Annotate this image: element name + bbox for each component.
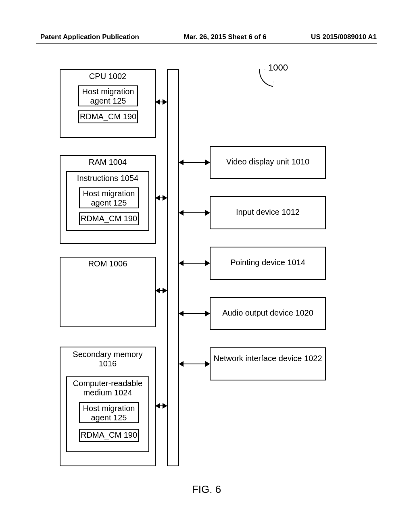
ram-block: RAM 1004 Instructions 1054 Host migratio…: [60, 155, 156, 244]
header-right: US 2015/0089010 A1: [311, 33, 377, 41]
computer-readable-medium-title: Computer-readable medium 1024: [67, 377, 148, 397]
secondary-memory-title: Secondary memory 1016: [60, 347, 155, 368]
cpu-title: CPU 1002: [60, 70, 155, 81]
arrow-bus-audio: [179, 313, 209, 314]
block-diagram: 1000 CPU 1002 Host migration agent 125 R…: [0, 64, 413, 484]
ram-host-migration-block: Host migration agent 125: [79, 187, 139, 208]
cpu-rdma-label: RDMA_CM 190: [79, 111, 137, 121]
audio-output-block: Audio output device 1020: [210, 297, 326, 330]
secondary-host-migration-label: Host migration agent 125: [80, 404, 138, 422]
pointing-device-label: Pointing device 1014: [230, 258, 305, 267]
cpu-host-migration-label: Host migration agent 125: [79, 87, 137, 106]
ram-rdma-label: RDMA_CM 190: [80, 213, 138, 223]
cpu-block: CPU 1002 Host migration agent 125 RDMA_C…: [60, 69, 156, 138]
secondary-rdma-label: RDMA_CM 190: [80, 430, 138, 440]
secondary-memory-block: Secondary memory 1016 Computer-readable …: [60, 347, 156, 466]
arrow-bus-video: [179, 162, 209, 163]
ram-title: RAM 1004: [60, 156, 155, 167]
system-bus: [167, 69, 179, 466]
network-interface-label: Network interface device 1022: [211, 354, 325, 363]
rom-title: ROM 1006: [60, 258, 155, 268]
arrow-rom-bus: [156, 290, 167, 291]
network-interface-block: Network interface device 1022: [210, 347, 326, 380]
arrow-secondary-bus: [156, 405, 167, 406]
secondary-rdma-block: RDMA_CM 190: [79, 429, 139, 442]
pointing-device-block: Pointing device 1014: [210, 247, 326, 280]
input-device-block: Input device 1012: [210, 196, 326, 229]
instructions-block: Instructions 1054 Host migration agent 1…: [66, 171, 149, 231]
arrow-bus-input: [179, 212, 209, 213]
arrow-ram-bus: [156, 197, 167, 198]
page-header: Patent Application Publication Mar. 26, …: [0, 33, 413, 41]
arrow-cpu-bus: [156, 102, 167, 102]
secondary-host-migration-block: Host migration agent 125: [79, 402, 139, 423]
figure-caption: FIG. 6: [0, 483, 413, 496]
audio-output-label: Audio output device 1020: [222, 308, 313, 317]
arrow-bus-pointing: [179, 263, 209, 264]
ram-host-migration-label: Host migration agent 125: [80, 189, 138, 208]
instructions-title: Instructions 1054: [67, 172, 148, 183]
header-center: Mar. 26, 2015 Sheet 6 of 6: [184, 33, 267, 41]
video-display-label: Video display unit 1010: [226, 157, 309, 166]
header-rule: [36, 43, 377, 44]
video-display-block: Video display unit 1010: [210, 146, 326, 179]
input-device-label: Input device 1012: [236, 208, 300, 216]
arrow-bus-network: [179, 364, 209, 364]
ref-leader-line: [257, 69, 275, 87]
cpu-rdma-block: RDMA_CM 190: [78, 110, 138, 123]
header-left: Patent Application Publication: [40, 33, 139, 41]
computer-readable-medium-block: Computer-readable medium 1024 Host migra…: [66, 376, 149, 452]
rom-block: ROM 1006: [60, 257, 156, 327]
cpu-host-migration-block: Host migration agent 125: [78, 85, 138, 106]
ram-rdma-block: RDMA_CM 190: [79, 212, 139, 225]
